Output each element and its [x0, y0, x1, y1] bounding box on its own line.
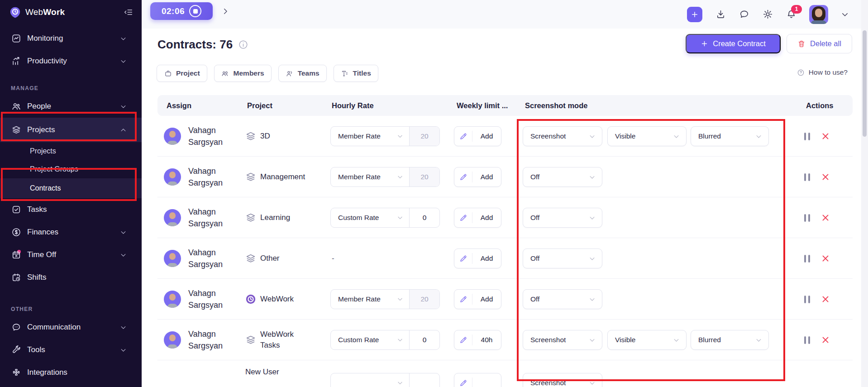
delete-all-button[interactable]: Delete all — [787, 34, 852, 53]
sidebar-subitem-contracts[interactable]: Contracts — [0, 178, 142, 198]
chat-icon[interactable] — [739, 9, 749, 20]
screenshot-mode-dropdown[interactable]: Off — [523, 167, 602, 187]
sidebar-subitem-projects-sub[interactable]: Projects — [0, 142, 142, 160]
screenshot-mode-dropdown[interactable]: Blurred — [691, 330, 769, 350]
sidebar-item-finances[interactable]: Finances — [0, 221, 142, 244]
sidebar-item-tools[interactable]: Tools — [0, 339, 142, 361]
weekly-limit-button[interactable]: Add — [454, 248, 501, 268]
sidebar-item-people[interactable]: People — [0, 95, 142, 118]
rate-type-value: Custom Rate — [338, 336, 379, 344]
pause-contract-button[interactable] — [804, 336, 810, 344]
sidebar-item-productivity[interactable]: Productivity — [0, 50, 142, 72]
project-cell: Other — [245, 238, 306, 279]
member-name: VahagnSargsyan — [188, 247, 223, 270]
screenshot-mode-dropdown[interactable]: Screenshot — [523, 373, 602, 387]
create-contract-button[interactable]: Create Contract — [686, 34, 781, 53]
pause-contract-button[interactable] — [804, 173, 810, 181]
settings-gear-icon[interactable] — [762, 9, 773, 20]
pause-contract-button[interactable] — [804, 133, 810, 140]
filter-chip-project[interactable]: Project — [157, 65, 207, 82]
pencil-icon — [454, 377, 472, 387]
rate-value-input[interactable]: 0 — [409, 208, 439, 227]
filter-bar: ProjectMembersTeamsTitles — [157, 65, 378, 82]
sidebar-item-label: Shifts — [27, 273, 47, 282]
rate-type-dropdown[interactable] — [331, 373, 409, 387]
info-icon[interactable] — [238, 39, 248, 50]
rate-type-dropdown[interactable]: Member Rate — [331, 290, 409, 309]
sidebar-collapse-icon[interactable] — [123, 6, 134, 18]
delete-contract-icon[interactable] — [820, 294, 831, 305]
screenshot-mode-dropdown[interactable]: Off — [523, 208, 602, 228]
pause-contract-button[interactable] — [804, 214, 810, 222]
dropdown-value: Off — [530, 295, 539, 303]
vertical-scrollbar[interactable] — [861, 0, 868, 387]
pause-contract-button[interactable] — [804, 255, 810, 263]
user-avatar[interactable] — [809, 5, 828, 24]
profile-menu-chevron-icon[interactable] — [841, 10, 849, 19]
rate-value-input[interactable]: 20 — [409, 290, 439, 309]
filter-chip-titles[interactable]: Titles — [334, 65, 378, 82]
weekly-limit-button[interactable]: Add — [454, 289, 501, 309]
sidebar-item-integrations[interactable]: Integrations — [0, 361, 142, 384]
pause-contract-button[interactable] — [804, 296, 810, 303]
timer-expand-chevron-icon[interactable] — [221, 7, 229, 15]
chevron-down-icon — [397, 174, 403, 180]
rate-type-dropdown[interactable]: Member Rate — [331, 167, 409, 186]
weekly-limit-button[interactable] — [454, 373, 501, 387]
dropdown-value: Blurred — [698, 132, 721, 140]
screenshot-mode-dropdown[interactable]: Screenshot — [523, 330, 602, 350]
rate-value-input[interactable]: 0 — [409, 330, 439, 349]
sidebar-item-monitoring[interactable]: Monitoring — [0, 27, 142, 50]
delete-contract-icon[interactable] — [820, 253, 831, 264]
rate-type-dropdown[interactable]: Custom Rate — [331, 208, 409, 227]
screenshot-mode-dropdown[interactable]: Screenshot — [523, 126, 602, 146]
sidebar-subitem-project-groups[interactable]: Project Groups — [0, 160, 142, 178]
stop-timer-button[interactable] — [189, 5, 201, 17]
member-first-name: Vahagn — [188, 287, 223, 299]
screenshot-mode-dropdown[interactable]: Off — [523, 248, 602, 268]
delete-contract-icon[interactable] — [820, 131, 831, 142]
weekly-limit-button[interactable]: Add — [454, 167, 501, 187]
weekly-limit-button[interactable]: 40h — [454, 330, 501, 350]
notification-badge: 1 — [791, 5, 802, 14]
filter-chip-members[interactable]: Members — [214, 65, 272, 82]
sidebar-item-label: Productivity — [27, 57, 67, 66]
weekly-limit-button[interactable]: Add — [454, 208, 501, 228]
rate-value-input[interactable]: 20 — [409, 167, 439, 186]
dropdown-value: Screenshot — [530, 379, 566, 387]
screenshot-mode-dropdown[interactable]: Visible — [607, 126, 687, 146]
sidebar-item-projects[interactable]: Projects — [0, 118, 142, 142]
filter-chip-teams[interactable]: Teams — [278, 65, 327, 82]
sidebar-item-tasks[interactable]: Tasks — [0, 198, 142, 221]
screenshot-mode-dropdown[interactable]: Blurred — [691, 126, 769, 146]
download-icon[interactable] — [715, 9, 726, 20]
delete-contract-icon[interactable] — [820, 172, 831, 182]
rate-type-dropdown[interactable]: Custom Rate — [331, 330, 409, 349]
sidebar-item-communication[interactable]: Communication — [0, 316, 142, 339]
how-to-use-link[interactable]: How to use? — [797, 68, 848, 76]
plus-icon — [701, 40, 708, 48]
rate-type-dropdown[interactable]: Member Rate — [331, 127, 409, 146]
screenshot-mode-dropdown[interactable]: Off — [523, 289, 602, 309]
sidebar-item-time-off[interactable]: Time Off — [0, 244, 142, 266]
tracker-timer[interactable]: 02:06 — [150, 2, 213, 20]
screenshot-mode-dropdown[interactable]: Visible — [607, 330, 687, 350]
delete-contract-icon[interactable] — [820, 212, 831, 223]
rate-value-input[interactable] — [409, 373, 439, 387]
member-first-name: Vahagn — [188, 206, 223, 218]
layers-project-icon — [245, 131, 256, 142]
chevron-down-icon — [397, 215, 403, 221]
projects-icon — [11, 125, 21, 135]
delete-contract-icon[interactable] — [820, 334, 831, 345]
pencil-icon — [454, 212, 472, 223]
member-last-name: Sargsyan — [188, 340, 223, 352]
sidebar-item-label: Tools — [27, 345, 45, 354]
chevron-up-icon — [120, 127, 127, 134]
scrollbar-thumb[interactable] — [863, 30, 867, 137]
quick-add-button[interactable] — [687, 7, 702, 22]
weekly-limit-button[interactable]: Add — [454, 126, 501, 146]
rate-value-input[interactable]: 20 — [409, 127, 439, 146]
column-header-actions: Actions — [806, 95, 834, 116]
sidebar-item-shifts[interactable]: Shifts — [0, 266, 142, 289]
notifications-bell-icon[interactable]: 1 — [786, 9, 796, 20]
